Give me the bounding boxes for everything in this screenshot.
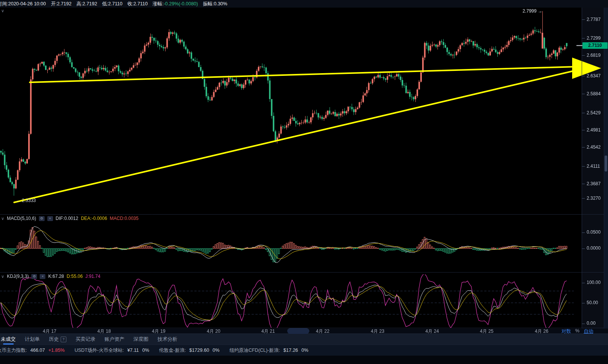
price-axis-label: 2.5884 xyxy=(587,91,607,97)
bottom-tab-bar: 未成交 计划单 历史? 买卖记录 账户资产 深度图 技术分析 xyxy=(0,334,608,345)
macd-axis-label: 0.0500 xyxy=(587,229,607,235)
ticker-item-usdt-otc[interactable]: USDT场外-火币全球站: ¥7.11 0% xyxy=(74,347,149,354)
ohlc-change: 涨幅:-0.29%(-0.0080) xyxy=(153,1,198,7)
candlestick-chart-canvas[interactable] xyxy=(0,8,608,329)
price-axis-label: 2.6347 xyxy=(587,73,607,79)
ticker-change: 0% xyxy=(212,348,219,353)
macd-dea-value: DEA:-0.0006 xyxy=(81,216,107,221)
ohlc-time: 时间:2020-04-26 10:00 xyxy=(0,1,46,7)
collapse-chart-chevron-icon[interactable]: ∨ xyxy=(1,9,4,13)
ohlc-low: 低:2.7110 xyxy=(102,1,122,7)
low-price-marker: ← 2.3333 xyxy=(16,198,36,203)
date-axis-label: 4月 26 xyxy=(528,328,555,335)
price-axis-label: 2.3270 xyxy=(587,195,607,201)
market-ticker-bar: 火币主力指数: 466.07 +1.85% USDT场外-火币全球站: ¥7.1… xyxy=(0,345,608,356)
price-axis-label: 2.4542 xyxy=(587,144,607,150)
ticker-label: 伦敦金-新浪: xyxy=(159,347,186,354)
tab-open-orders[interactable]: 未成交 xyxy=(1,334,16,345)
macd-header: ∨ MACD(5,10,6) ⚙ × DIF:0.0012 DEA:-0.000… xyxy=(1,215,138,221)
kdj-title: KDJ(9,3,3) xyxy=(7,274,29,279)
ticker-change: 0% xyxy=(142,348,149,353)
ticker-item-ny-crude[interactable]: 纽约原油CFD(CL)-新浪: $17.26 0% xyxy=(229,347,308,354)
tab-depth-chart[interactable]: 深度图 xyxy=(134,334,148,345)
ticker-value: 466.07 xyxy=(30,348,45,353)
bottom-spacer xyxy=(0,356,608,364)
trading-app: 时间:2020-04-26 10:00 开:2.7192 高:2.7192 低:… xyxy=(0,0,608,364)
ohlc-amplitude: 振幅:0.30% xyxy=(203,1,227,7)
ohlc-close: 收:2.7110 xyxy=(127,1,148,7)
date-axis-label: 4月 23 xyxy=(364,328,391,335)
tab-label: 计划单 xyxy=(25,336,40,343)
collapse-kdj-chevron-icon[interactable]: ∨ xyxy=(1,274,4,279)
date-axis-label: 4月 20 xyxy=(200,328,227,335)
price-axis-label: 2.4981 xyxy=(587,127,607,133)
tab-label: 技术分析 xyxy=(158,336,177,343)
kdj-axis-label: 100.00 xyxy=(587,280,607,285)
macd-title: MACD(5,10,6) xyxy=(7,216,36,221)
kdj-j-value: J:91.74 xyxy=(85,274,100,279)
macd-axis-label: 0.0000 xyxy=(587,245,607,251)
ohlc-info-bar: 时间:2020-04-26 10:00 开:2.7192 高:2.7192 低:… xyxy=(0,0,608,8)
ticker-value: $1729.60 xyxy=(189,348,209,353)
expand-panel-play-icon[interactable]: ▸ xyxy=(598,163,600,167)
date-axis-label: 4月 18 xyxy=(90,328,118,335)
ticker-item-london-gold[interactable]: 伦敦金-新浪: $1729.60 0% xyxy=(159,347,219,354)
ticker-label: 纽约原油CFD(CL)-新浪: xyxy=(229,347,280,354)
tab-history[interactable]: 历史? xyxy=(49,334,66,345)
high-price-marker: 2.7999 → xyxy=(523,8,542,14)
tab-planned-orders[interactable]: 计划单 xyxy=(25,334,40,345)
tab-label: 账户资产 xyxy=(105,336,124,343)
chart-scrollbar-thumb[interactable] xyxy=(287,328,309,334)
date-axis-label: 4月 22 xyxy=(309,328,336,335)
ohlc-change-label: 涨幅: xyxy=(153,1,163,6)
kdj-axis-label: 0.00 xyxy=(587,321,607,326)
last-price-badge: 2.7110 xyxy=(582,42,608,49)
tab-label: 买卖记录 xyxy=(76,336,95,343)
ohlc-open: 开:2.7192 xyxy=(51,1,71,7)
auto-scale-button[interactable]: 自动 xyxy=(584,328,593,335)
kdj-close-icon[interactable]: × xyxy=(40,274,45,279)
tab-label: 历史 xyxy=(49,336,59,343)
kdj-axis-label: 50.00 xyxy=(587,300,607,305)
percent-scale-button[interactable]: % xyxy=(575,328,579,335)
ticker-item-huobi-index[interactable]: 火币主力指数: 466.07 +1.85% xyxy=(0,347,64,354)
ticker-label: USDT场外-火币全球站: xyxy=(74,347,124,354)
collapse-macd-chevron-icon[interactable]: ∨ xyxy=(1,216,4,221)
ohlc-change-value: -0.29%(-0.0080) xyxy=(164,1,198,6)
date-axis-label: 4月 25 xyxy=(473,328,500,335)
ticker-value: $17.26 xyxy=(283,348,298,353)
ticker-change: 0% xyxy=(301,348,308,353)
date-axis-label: 4月 21 xyxy=(254,328,282,335)
price-axis-label: 2.3687 xyxy=(587,181,607,187)
ticker-change: +1.85% xyxy=(48,348,65,353)
kdj-d-value: D:55.06 xyxy=(67,274,83,279)
tab-account-assets[interactable]: 账户资产 xyxy=(105,334,124,345)
date-axis-label: 4月 24 xyxy=(418,328,446,335)
price-axis-label: 2.7787 xyxy=(587,16,607,22)
tab-trade-records[interactable]: 买卖记录 xyxy=(76,334,95,345)
price-axis-label: 2.7299 xyxy=(587,35,607,41)
vertical-scrollbar-thumb[interactable] xyxy=(605,156,607,172)
kdj-settings-gear-icon[interactable]: ⚙ xyxy=(31,274,37,279)
tab-technical-analysis[interactable]: 技术分析 xyxy=(158,334,177,345)
tab-label: 未成交 xyxy=(1,336,16,343)
tab-label: 深度图 xyxy=(134,336,148,343)
macd-settings-gear-icon[interactable]: ⚙ xyxy=(39,216,45,221)
date-axis-label: 4月 17 xyxy=(36,328,63,335)
price-axis-label: 2.4111 xyxy=(587,163,607,169)
date-axis-label: 4月 19 xyxy=(145,328,172,335)
macd-dif-value: DIF:0.0012 xyxy=(56,216,78,221)
ohlc-high: 高:2.7192 xyxy=(76,1,97,7)
log-scale-button[interactable]: 对数 xyxy=(561,328,571,335)
kdj-header: ∨ KDJ(9,3,3) ⚙ × K:67.28 D:55.06 J:91.74 xyxy=(1,273,100,279)
ticker-value: ¥7.11 xyxy=(127,348,139,353)
price-axis-label: 2.6819 xyxy=(587,52,607,58)
help-icon[interactable]: ? xyxy=(61,337,66,342)
ticker-label: 火币主力指数: xyxy=(0,347,27,354)
kdj-k-value: K:67.28 xyxy=(48,274,64,279)
scale-controls: 对数 % 自动 xyxy=(561,328,593,335)
macd-macd-value: MACD:0.0035 xyxy=(110,216,138,221)
price-axis-label: 2.5429 xyxy=(587,110,607,116)
macd-close-icon[interactable]: × xyxy=(47,216,53,221)
